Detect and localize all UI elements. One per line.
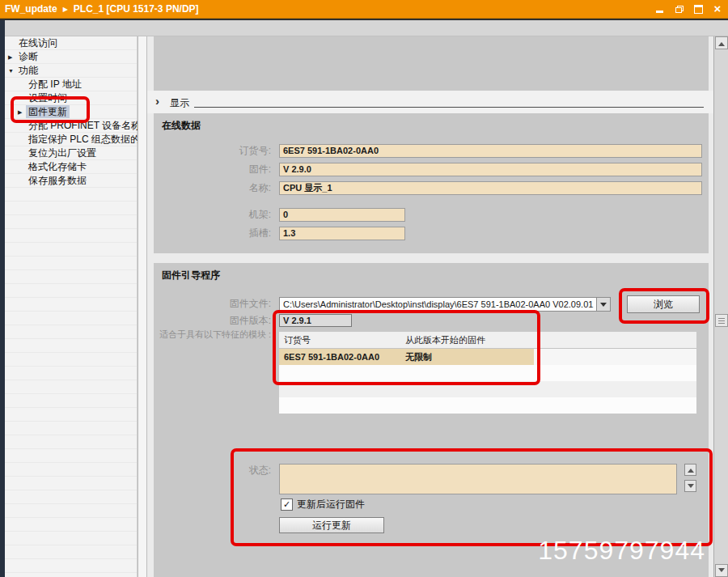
firmware-file-row: 固件文件: C:\Users\Administrator\Desktop\ins… <box>154 297 709 311</box>
run-after-update-row: ✓ 更新后运行固件 <box>154 499 709 512</box>
browse-button[interactable]: 浏览 <box>627 295 700 313</box>
scrollbar-thumb[interactable] <box>715 314 728 327</box>
firmware-version-row: 固件版本: V 2.9.1 <box>154 314 709 328</box>
field-value[interactable]: 1.3 <box>279 227 405 240</box>
table-cell <box>400 397 534 414</box>
header-block <box>154 36 709 91</box>
main-scrollbar[interactable] <box>713 36 728 577</box>
table-header-row: 订货号从此版本开始的固件 <box>279 332 696 349</box>
toolbar-strip <box>0 20 728 36</box>
status-scroll-down-icon[interactable] <box>684 480 696 492</box>
field-label: 名称: <box>154 181 271 194</box>
sidebar-item-diagnostics[interactable]: ▶诊断 <box>5 50 137 64</box>
table-cell <box>400 381 534 397</box>
status-row: 状态: <box>154 464 709 496</box>
field-label: 订货号: <box>154 144 271 157</box>
sidebar-item-firmware-update[interactable]: ▶固件更新 <box>5 105 137 119</box>
firmware-version-label: 固件版本: <box>154 314 271 327</box>
status-textarea[interactable] <box>279 464 677 494</box>
table-empty-row <box>279 381 696 397</box>
navigation-tree: 在线访问▶诊断▼功能分配 IP 地址设置时间▶固件更新分配 PROFINET 设… <box>5 36 138 577</box>
online-data-panel: 在线数据 订货号:6ES7 591-1BA02-0AA0固件:V 2.9.0名称… <box>154 113 709 253</box>
window-controls: × <box>654 3 723 15</box>
minimize-button[interactable] <box>654 3 665 15</box>
field-value[interactable]: 6ES7 591-1BA02-0AA0 <box>279 144 702 158</box>
tree-collapsed-icon[interactable]: ▶ <box>8 50 12 64</box>
sidebar-item-save-service-data[interactable]: 保存服务数据 <box>5 174 137 188</box>
sidebar-item-protect-password[interactable]: 指定保护 PLC 组态数据的密码 <box>5 133 137 146</box>
sidebar-item-label: 诊断 <box>16 50 40 63</box>
firmware-version-field: V 2.9.1 <box>279 314 352 327</box>
firmware-file-path: C:\Users\Administrator\Desktop\inst\disp… <box>283 299 594 309</box>
scroll-down-icon[interactable] <box>715 564 728 577</box>
sidebar-item-functions[interactable]: ▼功能 <box>5 64 137 78</box>
suitable-modules-row: 适合于具有以下特征的模块 : 订货号从此版本开始的固件6ES7 591-1BA0… <box>154 329 709 402</box>
table-cell <box>534 365 696 381</box>
maximize-icon <box>694 5 703 14</box>
display-section-toggle[interactable]: 显示 <box>170 96 189 110</box>
online-field-row: 名称:CPU 显示_1 <box>154 181 709 195</box>
combobox-dropdown-icon[interactable] <box>596 298 610 311</box>
sidebar-item-label: 分配 PROFINET 设备名称 <box>26 119 143 132</box>
field-value[interactable]: CPU 显示_1 <box>279 181 702 195</box>
sidebar-item-set-time[interactable]: 设置时间 <box>5 91 137 105</box>
tree-collapsed-icon[interactable]: ▶ <box>18 105 22 119</box>
status-scroll-up-icon[interactable] <box>684 464 696 476</box>
field-value[interactable]: V 2.9.0 <box>279 163 702 176</box>
breadcrumb-arrow-icon: ▶ <box>63 6 68 13</box>
sidebar-item-assign-ip[interactable]: 分配 IP 地址 <box>5 78 137 91</box>
restore-icon <box>675 6 683 12</box>
table-cell <box>534 381 696 397</box>
firmware-loader-panel: 固件引导程序 固件文件: C:\Users\Administrator\Desk… <box>154 263 709 577</box>
sidebar-item-online-access[interactable]: 在线访问 <box>5 36 137 50</box>
restore-button[interactable] <box>673 3 684 15</box>
maximize-button[interactable] <box>692 3 704 15</box>
scroll-up-icon[interactable] <box>715 36 728 49</box>
sidebar-item-factory-reset[interactable]: 复位为出厂设置 <box>5 146 137 160</box>
suitable-modules-table: 订货号从此版本开始的固件6ES7 591-1BA02-0AA0无限制 <box>279 332 696 414</box>
table-empty-row <box>279 365 696 381</box>
sidebar-item-label: 功能 <box>16 64 40 77</box>
table-cell: 无限制 <box>400 349 534 365</box>
table-cell <box>534 397 696 414</box>
field-label: 固件: <box>154 163 271 176</box>
sidebar-item-format-card[interactable]: 格式化存储卡 <box>5 160 137 174</box>
display-section-row: › 显示 <box>147 91 713 113</box>
chevron-right-icon[interactable]: › <box>155 94 159 108</box>
run-after-update-label: 更新后运行固件 <box>297 499 365 511</box>
tree-expanded-icon[interactable]: ▼ <box>8 64 14 78</box>
breadcrumb: FW_update ▶ PLC_1 [CPU 1517-3 PN/DP] <box>5 3 199 15</box>
field-value[interactable]: 0 <box>279 208 405 222</box>
breadcrumb-device[interactable]: PLC_1 [CPU 1517-3 PN/DP] <box>74 3 199 15</box>
firmware-file-combobox[interactable]: C:\Users\Administrator\Desktop\inst\disp… <box>279 297 611 312</box>
run-update-button[interactable]: 运行更新 <box>279 517 384 533</box>
table-header-cell: 从此版本开始的固件 <box>400 332 534 348</box>
table-cell <box>279 381 400 397</box>
online-field-row: 订货号:6ES7 591-1BA02-0AA0 <box>154 144 709 158</box>
firmware-loader-title: 固件引导程序 <box>162 269 220 282</box>
breadcrumb-project[interactable]: FW_update <box>5 3 57 15</box>
run-update-row: 运行更新 <box>154 517 709 533</box>
run-after-update-checkbox[interactable]: ✓ <box>281 499 293 511</box>
online-data-title: 在线数据 <box>162 119 201 133</box>
table-header-cell: 订货号 <box>279 332 400 348</box>
firmware-file-label: 固件文件: <box>154 297 271 310</box>
field-label: 机架: <box>154 208 271 221</box>
sidebar-scrollbar[interactable] <box>138 36 147 577</box>
suitable-modules-label: 适合于具有以下特征的模块 : <box>154 329 271 340</box>
table-cell <box>279 397 400 414</box>
online-field-row: 插槽:1.3 <box>154 227 709 240</box>
table-cell <box>279 365 400 381</box>
watermark-text: 15759797944 <box>538 536 705 566</box>
table-cell <box>400 365 534 381</box>
table-empty-row <box>279 397 696 414</box>
close-button[interactable]: × <box>712 3 723 15</box>
sidebar-item-assign-profinet-name[interactable]: 分配 PROFINET 设备名称 <box>5 119 137 133</box>
table-cell <box>534 349 696 365</box>
table-row[interactable]: 6ES7 591-1BA02-0AA0无限制 <box>279 349 696 365</box>
minimize-icon <box>656 11 663 13</box>
table-cell: 6ES7 591-1BA02-0AA0 <box>279 349 400 365</box>
table-header-cell <box>534 332 696 348</box>
sidebar-item-label: 保存服务数据 <box>26 174 89 187</box>
field-label: 插槽: <box>154 227 271 240</box>
